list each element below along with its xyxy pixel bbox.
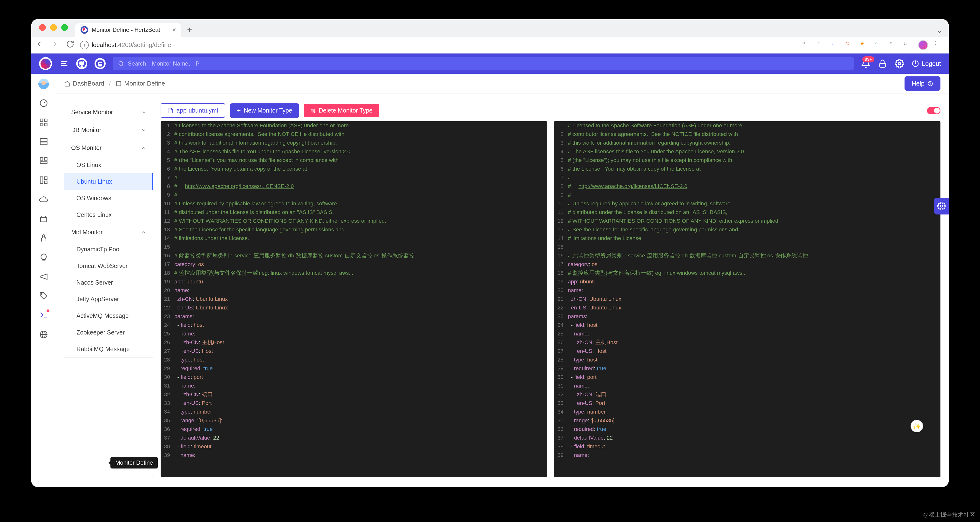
svg-point-24: [41, 294, 42, 295]
breadcrumb-dashboard[interactable]: DashBoard: [64, 80, 104, 87]
user-avatar-icon: [38, 79, 49, 89]
maximize-window-icon[interactable]: [61, 24, 68, 31]
svg-rect-21: [45, 181, 47, 184]
sidebar-item[interactable]: Ubuntu Linux: [64, 173, 153, 190]
sidebar-item[interactable]: OS Linux: [64, 157, 153, 173]
sidebar-group[interactable]: Mid Monitor: [64, 224, 153, 241]
forward-button[interactable]: [51, 40, 59, 50]
rail-custom[interactable]: [38, 155, 49, 166]
menu-toggle-icon[interactable]: [59, 59, 69, 68]
brand-logo-icon[interactable]: [39, 57, 52, 70]
browser-url-bar: i localhost:4200/setting/define ⇧ ☆ ⇄ ◎ …: [31, 36, 949, 54]
notification-icon[interactable]: 99+: [861, 59, 870, 68]
settings-drawer-tab[interactable]: [934, 198, 949, 214]
svg-point-3: [119, 62, 123, 65]
rail-cloud[interactable]: [38, 194, 49, 205]
sidebar-item[interactable]: Zookeeper Server: [64, 324, 153, 341]
profile-avatar-icon[interactable]: [918, 40, 928, 50]
magic-fab-button[interactable]: ✨: [910, 420, 923, 432]
svg-rect-29: [117, 81, 121, 86]
svg-rect-22: [40, 217, 46, 222]
extension-icon[interactable]: ◉: [861, 41, 869, 49]
rail-broadcast[interactable]: [38, 271, 49, 282]
svg-rect-5: [880, 63, 886, 67]
delete-monitor-type-button[interactable]: Delete Monitor Type: [304, 104, 379, 117]
sidebar-item[interactable]: Tomcat WebServer: [64, 258, 153, 274]
rail-idea[interactable]: [38, 252, 49, 263]
search-input[interactable]: Search：Monitor Name、IP: [113, 57, 854, 70]
url-text: localhost:4200/setting/define: [92, 41, 171, 49]
address-bar[interactable]: i localhost:4200/setting/define: [80, 41, 800, 49]
rail-bell[interactable]: [38, 233, 49, 243]
bookmark-icon[interactable]: ☆: [817, 41, 826, 49]
rail-tag[interactable]: [38, 290, 49, 301]
browser-actions: ⇧ ☆ ⇄ ◎ ◉ ✓ ✦ ▢ ⋮: [802, 40, 942, 50]
code-editor-right[interactable]: 1# Licensed to the Apache Software Found…: [554, 121, 940, 477]
github-icon[interactable]: [76, 58, 87, 69]
browser-tab[interactable]: Monitor Define - HertzBeat ×: [75, 23, 181, 36]
sidebar-item[interactable]: RabbitMQ Message: [64, 341, 153, 357]
browser-titlebar: Monitor Define - HertzBeat × + ⌄: [31, 19, 949, 36]
back-button[interactable]: [35, 40, 43, 50]
sidebar-group[interactable]: Service Monitor: [64, 103, 153, 121]
svg-rect-15: [40, 142, 47, 145]
site-info-icon[interactable]: i: [80, 41, 89, 49]
menu-icon[interactable]: ⋮: [934, 41, 942, 49]
sidebar-item[interactable]: DynamicTp Pool: [64, 241, 153, 258]
rail-server[interactable]: [38, 136, 49, 147]
rail-dashboard[interactable]: [38, 98, 49, 108]
sidebar-item[interactable]: ActiveMQ Message: [64, 308, 153, 324]
sidebar-item[interactable]: Jetty AppServer: [64, 291, 153, 308]
rail-grid[interactable]: [38, 117, 49, 128]
settings-icon[interactable]: [895, 59, 904, 68]
sidebar-item[interactable]: OS Windows: [64, 190, 153, 206]
sidebar-group[interactable]: OS Monitor: [64, 139, 153, 157]
file-badge[interactable]: app-ubuntu.yml: [161, 103, 225, 118]
extension-icon[interactable]: ◎: [846, 41, 854, 49]
new-monitor-type-button[interactable]: +New Monitor Type: [230, 103, 299, 118]
svg-rect-14: [40, 138, 47, 141]
rail-monitor-define[interactable]: [38, 310, 49, 320]
puzzle-icon[interactable]: ✦: [889, 41, 898, 49]
svg-rect-10: [40, 119, 43, 122]
window-icon[interactable]: ▢: [904, 41, 913, 49]
monitor-type-tree[interactable]: Service MonitorDB MonitorOS MonitorOS Li…: [64, 103, 153, 477]
minimize-window-icon[interactable]: [50, 24, 57, 31]
breadcrumb-separator: /: [109, 80, 111, 87]
rail-user[interactable]: [38, 79, 49, 89]
reload-button[interactable]: [66, 40, 74, 50]
tabs-dropdown-icon[interactable]: ⌄: [934, 24, 945, 36]
rail-alert[interactable]: [38, 214, 49, 224]
svg-rect-16: [40, 158, 43, 160]
app-header: Search：Monitor Name、IP 99+ Logout: [31, 54, 949, 74]
new-tab-button[interactable]: +: [184, 24, 195, 36]
svg-rect-17: [45, 158, 47, 160]
extension-icon[interactable]: ✓: [875, 41, 883, 49]
svg-rect-12: [40, 123, 43, 126]
help-button[interactable]: Help: [905, 76, 940, 90]
tab-title: Monitor Define - HertzBeat: [92, 27, 160, 33]
lock-icon[interactable]: [878, 59, 888, 68]
notification-dot: [46, 309, 49, 313]
tab-close-icon[interactable]: ×: [172, 26, 176, 34]
search-placeholder: Search：Monitor Name、IP: [128, 60, 199, 67]
svg-rect-11: [45, 119, 47, 122]
rail-tooltip: Monitor Define: [110, 457, 158, 468]
diff-toggle[interactable]: [927, 107, 940, 114]
svg-rect-18: [40, 162, 47, 163]
gitee-icon[interactable]: [94, 58, 106, 69]
breadcrumb: DashBoard / Monitor Define Help: [56, 74, 949, 94]
sidebar-item[interactable]: Centos Linux: [64, 206, 153, 223]
extension-icon[interactable]: ⇄: [832, 41, 840, 49]
svg-rect-13: [45, 123, 47, 126]
watermark: @稀土掘金技术社区: [923, 511, 975, 519]
logout-button[interactable]: Logout: [912, 60, 941, 67]
sidebar-item[interactable]: Nacos Server: [64, 274, 153, 291]
svg-point-6: [898, 62, 900, 65]
code-editor-left[interactable]: 1# Licensed to the Apache Software Found…: [161, 121, 547, 477]
rail-globe[interactable]: [38, 329, 49, 340]
close-window-icon[interactable]: [39, 24, 46, 31]
rail-os[interactable]: [38, 175, 49, 186]
share-icon[interactable]: ⇧: [802, 41, 811, 49]
sidebar-group[interactable]: DB Monitor: [64, 121, 153, 139]
